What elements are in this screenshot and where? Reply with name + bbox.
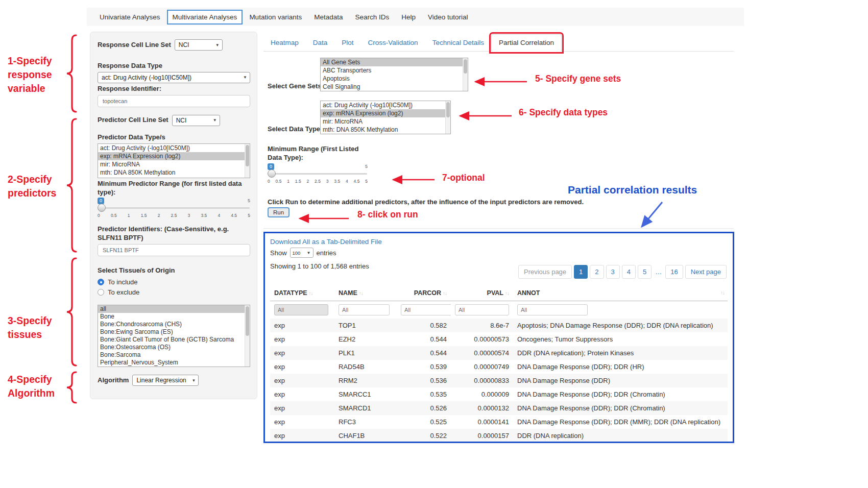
predictor-identifiers-label: Predictor Identifiers: (Case-Sensitive, … xyxy=(98,225,250,242)
callout-gene-sets: 5- Specify gene sets xyxy=(535,74,621,84)
option-apoptosis[interactable]: Apoptosis xyxy=(321,75,468,83)
scrollbar-thumb[interactable] xyxy=(246,145,249,166)
slider-track[interactable] xyxy=(268,173,367,175)
predictor-identifiers-input[interactable] xyxy=(98,244,250,256)
option-bone-sarcoma[interactable]: Bone:Sarcoma xyxy=(98,351,250,359)
predictor-cell-line-set-select[interactable]: NCI ▼ xyxy=(172,115,220,126)
option-bone-giant-cell-tumor-of-bone-gctb-sarcoma[interactable]: Bone:Giant Cell Tumor of Bone (GCTB) Sar… xyxy=(98,336,250,344)
annotation-note-1: 1-Specify response variable xyxy=(8,54,52,95)
scrollbar-thumb[interactable] xyxy=(446,102,450,117)
option-exp-mrna-expression-log2[interactable]: exp: mRNA Expression (log2) xyxy=(321,109,450,117)
option-bone[interactable]: Bone xyxy=(98,313,250,321)
option-act-drug-activity-log10-ic50m[interactable]: act: Drug Activity (-log10[IC50M]) xyxy=(321,101,450,109)
run-button[interactable]: Run xyxy=(268,207,290,217)
column-header-annot[interactable]: ANNOT↑↓ xyxy=(513,285,728,301)
response-cell-line-set-select[interactable]: NCI ▼ xyxy=(175,39,223,51)
tissue-list[interactable]: allBoneBone:Chondrosarcoma (CHS)Bone:Ewi… xyxy=(98,305,250,367)
include-radio[interactable] xyxy=(98,279,104,285)
option-cell-signaling[interactable]: Cell Signaling xyxy=(321,83,468,91)
nav-item-metadata[interactable]: Metadata xyxy=(308,10,348,25)
cell-datatype: exp xyxy=(270,332,334,346)
min-range-slider[interactable]: 0 5 00.511.522.533.544.55 xyxy=(268,163,368,186)
page-button-3[interactable]: 3 xyxy=(606,265,620,279)
scrollbar[interactable] xyxy=(445,101,450,134)
option-bone-ewing-sarcoma-es[interactable]: Bone:Ewing Sarcoma (ES) xyxy=(98,328,250,336)
response-identifier-input[interactable] xyxy=(98,95,250,107)
tab-cross-validation[interactable]: Cross-Validation xyxy=(361,35,425,51)
cell-annot: DDR (DNA replication); Protein Kinases xyxy=(513,346,728,360)
slider-handle[interactable] xyxy=(268,169,276,178)
tab-heatmap[interactable]: Heatmap xyxy=(263,35,306,51)
annotation-brace-4 xyxy=(65,371,78,404)
tab-data[interactable]: Data xyxy=(306,35,335,51)
cell-name: TOP1 xyxy=(334,319,397,332)
response-data-type-select[interactable]: act: Drug Activity (-log10[IC50M]) ▼ xyxy=(98,72,250,83)
gene-sets-list[interactable]: All Gene SetsABC TransportersApoptosisCe… xyxy=(320,58,468,91)
slider-handle[interactable] xyxy=(98,204,106,212)
filter-input-annot[interactable] xyxy=(517,304,588,315)
cell-annot: Apoptosis; DNA Damage Response (DDR); DD… xyxy=(513,319,728,332)
nav-item-univariate-analyses[interactable]: Univariate Analyses xyxy=(94,10,166,25)
tab-partial-correlation[interactable]: Partial Correlation xyxy=(491,34,562,52)
results-annotation-title: Partial correlation results xyxy=(568,184,697,196)
exclude-radio-label: To exclude xyxy=(108,288,139,296)
tab-technical-details[interactable]: Technical Details xyxy=(425,35,491,51)
sort-icon: ↑↓ xyxy=(505,290,509,296)
page-button-1[interactable]: 1 xyxy=(574,265,588,279)
nav-item-video-tutorial[interactable]: Video tutorial xyxy=(422,10,474,25)
option-mir-microrna[interactable]: mir: MicroRNA xyxy=(98,160,250,168)
prev-page-button[interactable]: Previous page xyxy=(518,265,572,279)
min-predictor-range-slider[interactable]: 0 5 00.511.522.533.544.55 xyxy=(98,198,250,220)
nav-item-multivariate-analyses[interactable]: Multivariate Analyses xyxy=(167,10,243,25)
option-mth-dna-850k-methylation[interactable]: mth: DNA 850K Methylation xyxy=(321,126,450,134)
nav-item-search-ids[interactable]: Search IDs xyxy=(349,10,395,25)
slider-max-label: 5 xyxy=(365,164,368,169)
option-all-gene-sets[interactable]: All Gene Sets xyxy=(321,58,468,66)
cell-parcor: 0.544 xyxy=(397,346,451,360)
scrollbar[interactable] xyxy=(245,144,250,178)
scrollbar-thumb[interactable] xyxy=(464,59,467,74)
option-bone-osteosarcoma-os[interactable]: Bone:Osteosarcoma (OS) xyxy=(98,344,250,351)
option-abc-transporters[interactable]: ABC Transporters xyxy=(321,66,468,75)
predictor-data-types-list[interactable]: act: Drug Activity (-log10[IC50M])exp: m… xyxy=(98,143,250,178)
option-all[interactable]: all xyxy=(98,305,250,313)
nav-item-mutation-variants[interactable]: Mutation variants xyxy=(244,10,307,25)
data-types-list[interactable]: act: Drug Activity (-log10[IC50M])exp: m… xyxy=(320,101,451,134)
option-act-drug-activity-log10-ic50m[interactable]: act: Drug Activity (-log10[IC50M]) xyxy=(98,144,250,152)
option-mir-microrna[interactable]: mir: MicroRNA xyxy=(321,117,450,126)
slider-track[interactable] xyxy=(98,207,250,209)
option-peripheral-nervous-system[interactable]: Peripheral_Nervous_System xyxy=(98,359,250,367)
column-header-datatype[interactable]: DATATYPE↑↓ xyxy=(270,285,334,301)
cell-name: SMARCD1 xyxy=(334,401,397,415)
show-entries-select[interactable]: 100 ▼ xyxy=(290,248,314,258)
filter-input-datatype[interactable] xyxy=(274,304,328,315)
scrollbar[interactable] xyxy=(463,58,468,91)
min-range-label: Minimum Range (First Listed Data Type): xyxy=(268,145,372,162)
next-page-button[interactable]: Next page xyxy=(685,265,727,279)
scrollbar-thumb[interactable] xyxy=(246,306,249,336)
page-button-5[interactable]: 5 xyxy=(638,265,652,279)
filter-input-name[interactable] xyxy=(339,304,390,315)
page-button-2[interactable]: 2 xyxy=(590,265,604,279)
algorithm-select[interactable]: Linear Regression ▼ xyxy=(132,375,199,386)
option-bone-chondrosarcoma-chs[interactable]: Bone:Chondrosarcoma (CHS) xyxy=(98,321,250,328)
page-button-16[interactable]: 16 xyxy=(665,265,683,279)
nav-item-help[interactable]: Help xyxy=(396,10,421,25)
column-header-pval[interactable]: PVAL↑↓ xyxy=(451,285,513,301)
download-link[interactable]: Download All as a Tab-Delimited File xyxy=(270,238,382,246)
tab-plot[interactable]: Plot xyxy=(334,35,360,51)
page-button-4[interactable]: 4 xyxy=(622,265,636,279)
cell-datatype: exp xyxy=(270,319,334,332)
scrollbar[interactable] xyxy=(245,305,250,367)
select-value: 100 xyxy=(293,250,301,256)
exclude-radio[interactable] xyxy=(98,289,104,296)
filter-input-pval[interactable] xyxy=(455,304,509,315)
column-header-parcor[interactable]: PARCOR↑↓ xyxy=(397,285,451,301)
column-label: DATATYPE xyxy=(274,289,307,297)
column-header-name[interactable]: NAME↑↓ xyxy=(334,285,397,301)
option-exp-mrna-expression-log2[interactable]: exp: mRNA Expression (log2) xyxy=(98,152,250,160)
filter-input-parcor[interactable] xyxy=(401,304,451,315)
cell-parcor: 0.536 xyxy=(397,374,451,387)
option-mth-dna-850k-methylation[interactable]: mth: DNA 850K Methylation xyxy=(98,168,250,177)
sort-icon: ↑↓ xyxy=(309,290,313,296)
